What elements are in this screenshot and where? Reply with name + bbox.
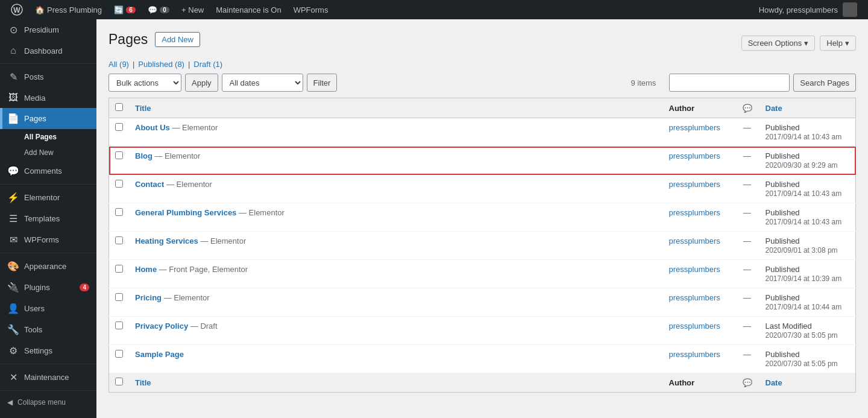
author-link-4[interactable]: pressplumbers (669, 236, 720, 245)
collapse-menu-item[interactable]: ◀ Collapse menu (0, 393, 96, 411)
wpforms-label: WPForms (294, 5, 329, 14)
sidebar-item-wpforms[interactable]: ✉ WPForms (0, 229, 96, 250)
filter-button[interactable]: Filter (307, 74, 338, 92)
sidebar-item-comments[interactable]: 💬 Comments (0, 160, 96, 182)
footer-title-sort-link[interactable]: Title (135, 378, 151, 387)
sidebar-item-maintenance[interactable]: ✕ Maintenance (0, 367, 96, 388)
author-link-0[interactable]: pressplumbers (669, 123, 720, 132)
table-row: General Plumbing Services — Elementor pr… (109, 203, 856, 232)
row-comments-cell: — (735, 288, 760, 317)
sidebar-item-plugins[interactable]: 🔌 Plugins 4 (0, 277, 96, 298)
sidebar-item-users[interactable]: 👤 Users (0, 298, 96, 319)
filter-all-link[interactable]: All (9) (108, 60, 129, 69)
sidebar-sub-all-pages[interactable]: All Pages (0, 129, 96, 145)
sidebar-item-settings[interactable]: ⚙ Settings (0, 340, 96, 361)
bulk-actions-select[interactable]: Bulk actions Edit Move to Trash (108, 74, 181, 92)
comments-item[interactable]: 💬 0 (142, 0, 175, 19)
row-comments-cell: — (735, 317, 760, 345)
sidebar-item-label-settings: Settings (24, 346, 52, 355)
select-all-checkbox[interactable] (115, 103, 123, 111)
row-checkbox-2[interactable] (115, 180, 123, 188)
footer-checkbox-col (109, 373, 130, 393)
author-link-1[interactable]: pressplumbers (669, 151, 720, 160)
author-link-2[interactable]: pressplumbers (669, 180, 720, 189)
row-title-cell: About Us — Elementor (129, 118, 663, 147)
date-detail-4: 2020/09/01 at 3:08 pm (766, 246, 838, 255)
author-link-6[interactable]: pressplumbers (669, 293, 720, 302)
dashboard-icon: ⌂ (7, 45, 19, 56)
page-title-link-8[interactable]: Sample Page (135, 350, 184, 359)
items-count: 9 items (631, 78, 656, 87)
screen-options-button[interactable]: Screen Options ▾ (741, 36, 816, 51)
row-checkbox-4[interactable] (115, 236, 123, 244)
date-filter-select[interactable]: All dates September 2020 September 2017 (222, 74, 303, 92)
sidebar-item-presidium[interactable]: ⊙ Presidium (0, 19, 96, 40)
filter-published-link[interactable]: Published (8) (138, 60, 184, 69)
row-checkbox-7[interactable] (115, 321, 123, 329)
row-comments-cell: — (735, 118, 760, 147)
wp-logo-item[interactable]: W (5, 0, 29, 19)
table-row: About Us — Elementor pressplumbers — Pub… (109, 118, 856, 147)
add-new-button[interactable]: Add New (155, 32, 200, 47)
appearance-icon: 🎨 (7, 261, 19, 272)
sidebar-item-dashboard[interactable]: ⌂ Dashboard (0, 40, 96, 61)
site-name-item[interactable]: 🏠 Press Plumbing (29, 0, 108, 19)
page-title-link-0[interactable]: About Us — Elementor (135, 123, 218, 132)
author-link-5[interactable]: pressplumbers (669, 265, 720, 274)
row-author-cell: pressplumbers (663, 232, 735, 260)
maintenance-item[interactable]: Maintenance is On (210, 0, 287, 19)
sidebar-item-media[interactable]: 🖼 Media (0, 87, 96, 108)
help-button[interactable]: Help ▾ (820, 36, 856, 51)
sidebar-item-appearance[interactable]: 🎨 Appearance (0, 256, 96, 277)
sidebar-sub-add-new[interactable]: Add New (0, 145, 96, 160)
sidebar-item-pages[interactable]: 📄 Pages (0, 108, 96, 129)
help-arrow: ▾ (845, 39, 849, 48)
row-checkbox-3[interactable] (115, 208, 123, 216)
sidebar-item-tools[interactable]: 🔧 Tools (0, 319, 96, 340)
footer-author-label: Author (669, 378, 695, 387)
new-content-item[interactable]: + New (175, 0, 210, 19)
author-link-3[interactable]: pressplumbers (669, 208, 720, 217)
updates-item[interactable]: 🔄 6 (108, 0, 142, 19)
author-link-7[interactable]: pressplumbers (669, 321, 720, 331)
sidebar-item-elementor[interactable]: ⚡ Elementor (0, 187, 96, 208)
author-link-8[interactable]: pressplumbers (669, 350, 720, 359)
page-title-link-2[interactable]: Contact — Elementor (135, 180, 212, 189)
comments-count: 0 (160, 7, 169, 13)
row-checkbox-cell (109, 175, 130, 203)
row-checkbox-cell (109, 147, 130, 175)
search-input[interactable] (669, 74, 790, 92)
row-checkbox-5[interactable] (115, 265, 123, 273)
comments-sidebar-icon: 💬 (7, 165, 19, 177)
date-sort-link[interactable]: Date (766, 104, 782, 113)
title-sort-link[interactable]: Title (135, 104, 151, 113)
select-all-footer-checkbox[interactable] (115, 378, 123, 385)
row-author-cell: pressplumbers (663, 317, 735, 345)
filter-draft-link[interactable]: Draft (1) (193, 60, 222, 69)
row-checkbox-1[interactable] (115, 151, 123, 159)
header-title-col: Title (129, 98, 663, 118)
apply-button[interactable]: Apply (185, 74, 218, 92)
page-title-link-5[interactable]: Home — Front Page, Elementor (135, 265, 248, 274)
row-checkbox-6[interactable] (115, 293, 123, 301)
sidebar-item-label-tools: Tools (24, 325, 42, 334)
main-content: Pages Add New Screen Options ▾ Help ▾ Al… (96, 19, 868, 418)
page-title-link-3[interactable]: General Plumbing Services — Elementor (135, 208, 285, 217)
search-pages-button[interactable]: Search Pages (793, 74, 856, 92)
row-date-cell: Published 2017/09/14 at 10:43 am (760, 203, 856, 232)
sidebar-item-templates[interactable]: ☰ Templates (0, 208, 96, 229)
page-title-link-4[interactable]: Heating Services — Elementor (135, 236, 246, 245)
pages-table: Title Author 💬 Date (108, 98, 856, 393)
page-title-link-6[interactable]: Pricing — Elementor (135, 293, 210, 302)
sidebar-item-label-presidium: Presidium (24, 25, 59, 34)
row-checkbox-8[interactable] (115, 350, 123, 358)
footer-date-sort-link[interactable]: Date (766, 378, 782, 387)
row-title-cell: Pricing — Elementor (129, 288, 663, 317)
row-checkbox-0[interactable] (115, 123, 123, 131)
row-author-cell: pressplumbers (663, 147, 735, 175)
howdy-item[interactable]: Howdy, pressplumbers (753, 0, 863, 19)
page-title-link-1[interactable]: Blog — Elementor (135, 151, 200, 160)
wpforms-item[interactable]: WPForms (288, 0, 335, 19)
sidebar-item-posts[interactable]: ✎ Posts (0, 66, 96, 87)
page-title-link-7[interactable]: Privacy Policy — Draft (135, 321, 218, 331)
